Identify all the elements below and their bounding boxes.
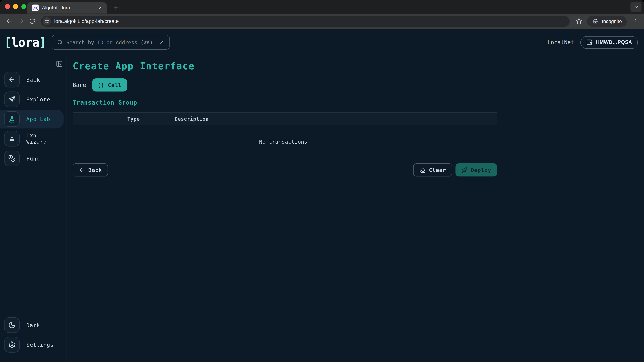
- table-empty-state: No transactions.: [72, 125, 497, 158]
- deploy-button[interactable]: Deploy: [456, 163, 497, 176]
- column-header-type: Type: [127, 116, 140, 122]
- app-header: [lora] LocalNet HMWD…PQSA: [0, 29, 644, 56]
- tab-strip: [ak] AlgoKit - lora: [0, 0, 644, 13]
- lora-logo[interactable]: [lora]: [4, 35, 46, 49]
- telescope-icon: [4, 91, 20, 107]
- tab-search-button[interactable]: [630, 2, 642, 12]
- flask-icon: [4, 111, 20, 127]
- wallet-icon: [586, 39, 592, 45]
- site-settings-icon[interactable]: [43, 17, 51, 25]
- main-content: Create App Interface Bare () Call Transa…: [67, 56, 644, 362]
- panel-collapse-icon: [56, 60, 63, 67]
- action-buttons: Back Clear Deploy: [72, 163, 497, 176]
- zoom-window-button[interactable]: [21, 4, 26, 9]
- arrow-left-icon: [79, 167, 85, 173]
- coins-icon: [4, 151, 20, 166]
- sidebar-item-explore[interactable]: Explore: [0, 90, 64, 109]
- tab-title: AlgoKit - lora: [42, 5, 97, 10]
- sidebar-item-txn-wizard[interactable]: Txn Wizard: [0, 129, 64, 148]
- back-button[interactable]: Back: [72, 163, 108, 176]
- incognito-badge: Incognito: [587, 16, 627, 26]
- sidebar-item-theme-dark[interactable]: Dark: [0, 316, 64, 335]
- sidebar-item-app-lab[interactable]: App Lab: [0, 110, 64, 129]
- tab-close-icon[interactable]: [97, 4, 104, 11]
- new-tab-button[interactable]: [110, 2, 122, 13]
- browser-back-button[interactable]: [3, 15, 15, 27]
- url-bar[interactable]: lora.algokit.io/app-lab/create: [41, 16, 570, 26]
- browser-tab[interactable]: [ak] AlgoKit - lora: [27, 2, 107, 13]
- lora-app: [lora] LocalNet HMWD…PQSA: [0, 29, 644, 362]
- arrow-left-icon: [4, 72, 20, 87]
- toggle-option-call[interactable]: () Call: [92, 78, 127, 91]
- wallet-address: HMWD…PQSA: [596, 39, 632, 45]
- sidebar-item-fund[interactable]: Fund: [0, 149, 64, 168]
- sidebar-collapse-button[interactable]: [55, 59, 63, 68]
- screen: [ak] AlgoKit - lora: [0, 0, 644, 362]
- table-header-row: Type Description: [72, 112, 497, 125]
- sidebar: Back Explore App Lab: [0, 56, 67, 362]
- call-type-toggle: Bare () Call: [72, 78, 497, 91]
- browser-reload-button[interactable]: [26, 15, 38, 27]
- search-clear-icon[interactable]: [160, 40, 164, 45]
- empty-state-text: No transactions.: [259, 139, 310, 145]
- column-header-description: Description: [174, 116, 209, 122]
- global-search[interactable]: [52, 35, 170, 50]
- menu-dots-icon[interactable]: [629, 15, 641, 27]
- browser-toolbar: lora.algokit.io/app-lab/create Incognito: [0, 13, 644, 29]
- page-title: Create App Interface: [72, 61, 497, 71]
- search-input[interactable]: [66, 39, 156, 45]
- bookmark-star-icon[interactable]: [573, 15, 585, 27]
- rocket-icon: [461, 167, 468, 173]
- tab-favicon: [ak]: [32, 4, 38, 11]
- close-window-button[interactable]: [5, 4, 10, 9]
- network-label[interactable]: LocalNet: [548, 39, 574, 45]
- wallet-button[interactable]: HMWD…PQSA: [580, 36, 638, 49]
- browser-forward-button[interactable]: [15, 15, 26, 27]
- search-icon: [57, 39, 63, 45]
- transaction-group-table: Type Description No transactions.: [72, 112, 497, 158]
- incognito-icon: [592, 17, 599, 25]
- eraser-icon: [420, 167, 426, 173]
- gear-icon: [4, 337, 20, 353]
- incognito-label: Incognito: [602, 18, 622, 24]
- minimize-window-button[interactable]: [13, 4, 18, 9]
- section-title: Transaction Group: [72, 99, 497, 106]
- browser-window: [ak] AlgoKit - lora: [0, 0, 644, 362]
- sidebar-item-back[interactable]: Back: [0, 70, 64, 89]
- url-text: lora.algokit.io/app-lab/create: [54, 18, 119, 24]
- toggle-option-bare[interactable]: Bare: [72, 82, 86, 88]
- wizard-hat-icon: [4, 131, 20, 146]
- moon-icon: [4, 317, 20, 333]
- sidebar-item-settings[interactable]: Settings: [0, 335, 64, 354]
- window-controls: [5, 4, 26, 9]
- clear-button[interactable]: Clear: [414, 163, 452, 176]
